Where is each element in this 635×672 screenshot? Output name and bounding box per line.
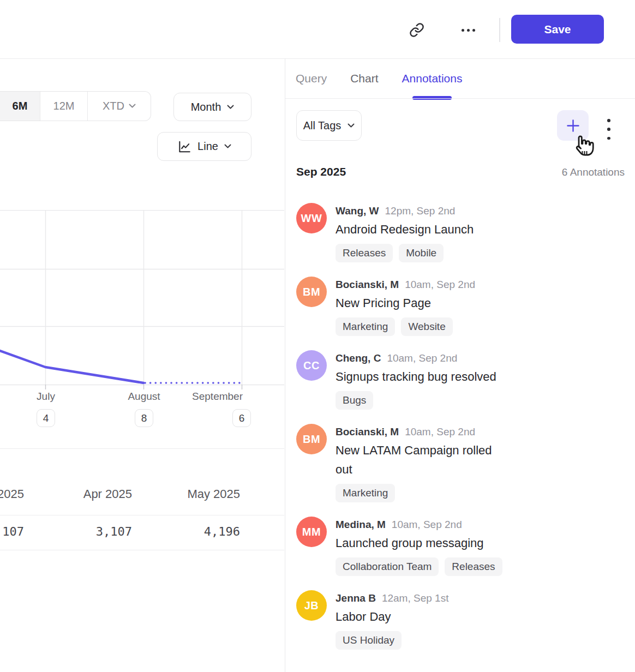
- annotation-author: Jenna B: [336, 592, 376, 604]
- topbar: Save: [0, 0, 635, 58]
- annotation-author: Cheng, C: [336, 352, 381, 364]
- annotation-title: Signups tracking bug resolved: [336, 367, 496, 386]
- plus-icon: [566, 118, 580, 133]
- add-annotation-button[interactable]: [557, 110, 589, 141]
- chevron-down-icon: [129, 104, 136, 109]
- table-column-header: 2025: [0, 487, 24, 501]
- annotation-tag-pill[interactable]: Collaboration Team: [336, 557, 439, 576]
- annotation-author: Medina, M: [336, 519, 386, 530]
- x-axis-label: September: [192, 391, 243, 403]
- annotation-author: Bocianski, M: [336, 279, 399, 290]
- tab-annotations-label: Annotations: [402, 72, 463, 85]
- annotation-tag-pill[interactable]: Website: [401, 317, 452, 336]
- range-option-6m[interactable]: 6M: [0, 92, 40, 121]
- annotation-title: Android Redesign Launch: [336, 220, 474, 239]
- month-group-header: Sep 2025 6 Annotations: [296, 165, 625, 185]
- annotation-timestamp: 10am, Sep 2nd: [387, 352, 457, 364]
- annotation-tags: Marketing: [336, 484, 499, 502]
- table-column-header: Apr 2025: [23, 487, 132, 501]
- avatar: BM: [296, 277, 327, 307]
- annotation-tag-pill[interactable]: Releases: [336, 244, 393, 262]
- panel-tabs: Query Chart Annotations: [285, 58, 635, 99]
- range-option-xtd[interactable]: XTD: [87, 92, 151, 121]
- annotation-author: Wang, W: [336, 205, 379, 217]
- annotation-title: New Pricing Page: [336, 293, 475, 313]
- x-axis-label: July: [37, 391, 55, 403]
- annotation-list-item[interactable]: BM Bocianski, M10am, Sep 2nd New Pricing…: [296, 277, 625, 336]
- tab-annotations[interactable]: Annotations: [402, 58, 463, 99]
- table-border: [0, 448, 284, 449]
- annotation-author: Bocianski, M: [336, 426, 399, 437]
- avatar: WW: [296, 203, 327, 233]
- avatar: JB: [296, 590, 327, 621]
- annotation-count-label: 6 Annotations: [562, 166, 625, 178]
- annotation-title: Launched group messaging: [336, 533, 499, 553]
- annotation-tag-pill[interactable]: Marketing: [336, 317, 395, 336]
- more-ellipsis-icon[interactable]: [462, 28, 480, 32]
- range-option-12m[interactable]: 12M: [40, 92, 87, 121]
- chevron-down-icon: [227, 105, 234, 110]
- annotation-title: New LATAM Campaign rolled out: [336, 441, 499, 479]
- avatar: MM: [296, 517, 327, 547]
- annotation-timestamp: 12am, Sep 1st: [382, 592, 449, 604]
- annotations-panel: Query Chart Annotations All Tags Sep 202…: [285, 58, 635, 672]
- table-value-cell: 4,196: [131, 525, 240, 538]
- toolbar-divider: [499, 18, 500, 42]
- table-column-header: May 2025: [131, 487, 240, 501]
- tab-query[interactable]: Query: [296, 58, 327, 99]
- x-axis-label: August: [128, 391, 160, 403]
- date-range-segmented-control: 6M 12M XTD: [0, 91, 151, 121]
- tab-chart[interactable]: Chart: [350, 58, 378, 99]
- annotation-timestamp: 12pm, Sep 2nd: [385, 205, 456, 217]
- chevron-down-icon: [348, 123, 355, 128]
- annotation-timestamp: 10am, Sep 2nd: [405, 426, 475, 437]
- annotation-list-item[interactable]: MM Medina, M10am, Sep 2nd Launched group…: [296, 517, 625, 576]
- chevron-down-icon: [224, 144, 231, 149]
- link-icon[interactable]: [409, 22, 424, 38]
- line-chart-icon: [177, 140, 191, 154]
- granularity-label: Month: [191, 101, 221, 113]
- chart-type-label: Line: [197, 140, 218, 153]
- annotation-tags: MarketingWebsite: [336, 317, 475, 336]
- tabs-border: [285, 98, 635, 99]
- chart-panel: 6M 12M XTD Month Line July August Septem…: [0, 58, 284, 672]
- annotation-tags: Bugs: [336, 391, 496, 410]
- table-border: [0, 515, 284, 515]
- annotation-tags: ReleasesMobile: [336, 244, 474, 262]
- annotation-list-item[interactable]: JB Jenna B12am, Sep 1st Labor Day US Hol…: [296, 590, 625, 650]
- month-group-title: Sep 2025: [296, 165, 346, 178]
- annotation-list-item[interactable]: WW Wang, W12pm, Sep 2nd Android Redesign…: [296, 203, 625, 262]
- tag-filter-label: All Tags: [303, 119, 342, 132]
- annotation-tag-pill[interactable]: Marketing: [336, 484, 395, 502]
- annotation-tags: US Holiday: [336, 631, 448, 650]
- annotation-tag-pill[interactable]: Releases: [445, 557, 502, 576]
- annotation-timestamp: 10am, Sep 2nd: [392, 519, 462, 530]
- annotation-timestamp: 10am, Sep 2nd: [405, 279, 475, 290]
- avatar: CC: [296, 350, 327, 381]
- annotation-count-badge[interactable]: 4: [37, 409, 55, 427]
- tag-filter-dropdown[interactable]: All Tags: [296, 110, 362, 141]
- annotation-tags: Collaboration TeamReleases: [336, 557, 502, 576]
- table-value-cell: 107: [0, 525, 24, 538]
- annotation-list-item[interactable]: CC Cheng, C10am, Sep 2nd Signups trackin…: [296, 350, 625, 410]
- chart-type-dropdown[interactable]: Line: [157, 132, 251, 161]
- granularity-dropdown[interactable]: Month: [173, 93, 251, 121]
- annotation-title: Labor Day: [336, 607, 448, 626]
- annotation-count-badge[interactable]: 6: [232, 409, 251, 427]
- table-border: [0, 550, 284, 550]
- annotation-list: WW Wang, W12pm, Sep 2nd Android Redesign…: [296, 203, 625, 664]
- annotation-count-badge[interactable]: 8: [135, 409, 153, 427]
- annotation-tag-pill[interactable]: Mobile: [399, 244, 444, 262]
- annotations-overflow-menu[interactable]: [602, 118, 616, 140]
- annotation-tag-pill[interactable]: US Holiday: [336, 631, 402, 650]
- save-button[interactable]: Save: [511, 15, 604, 44]
- table-value-cell: 3,107: [23, 525, 132, 538]
- annotation-tag-pill[interactable]: Bugs: [336, 391, 373, 410]
- range-option-xtd-label: XTD: [103, 100, 124, 112]
- annotation-list-item[interactable]: BM Bocianski, M10am, Sep 2nd New LATAM C…: [296, 424, 625, 502]
- avatar: BM: [296, 424, 327, 454]
- line-chart-plot[interactable]: [0, 210, 284, 391]
